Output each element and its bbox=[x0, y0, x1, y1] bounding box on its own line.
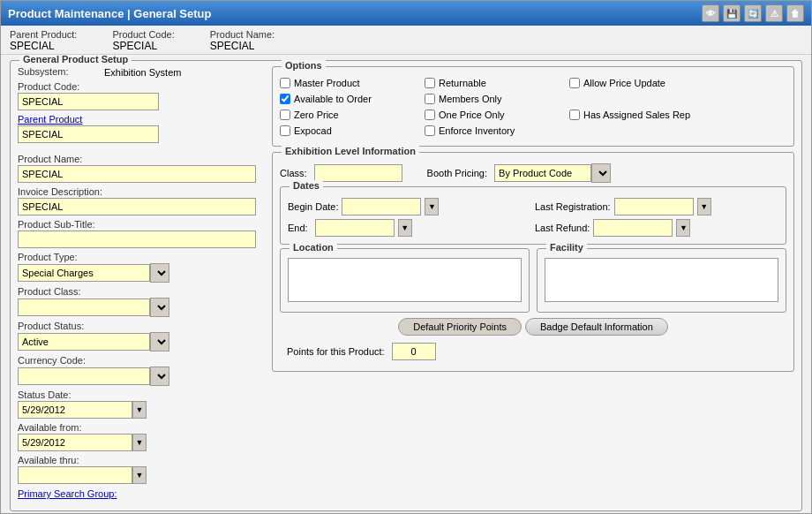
available-to-order-checkbox[interactable] bbox=[280, 94, 290, 104]
badge-default-info-btn[interactable]: Badge Default Information bbox=[525, 318, 668, 336]
points-row: Points for this Product: bbox=[280, 339, 786, 364]
product-class-label: Product Class: bbox=[18, 286, 265, 297]
product-status-input[interactable] bbox=[18, 333, 150, 351]
booth-pricing-select[interactable]: ▼ bbox=[591, 163, 611, 183]
options-group: Options Master Product Returnable bbox=[272, 66, 794, 147]
returnable-checkbox[interactable] bbox=[425, 78, 435, 88]
begin-date-label: Begin Date: bbox=[288, 201, 338, 212]
main-layout: Subsystem: Exhibition System Product Cod… bbox=[18, 66, 794, 503]
returnable-check: Returnable bbox=[425, 78, 566, 88]
master-product-check: Master Product bbox=[280, 78, 421, 88]
last-refund-row: Last Refund: ▼ bbox=[535, 219, 778, 237]
class-label: Class: bbox=[280, 168, 307, 178]
last-registration-input[interactable] bbox=[614, 198, 694, 215]
available-thru-btn[interactable]: ▼ bbox=[132, 466, 147, 484]
available-to-order-check: Available to Order bbox=[280, 94, 421, 104]
available-from-input[interactable] bbox=[18, 434, 132, 451]
currency-code-input[interactable] bbox=[18, 367, 150, 385]
enforce-inventory-checkbox[interactable] bbox=[425, 125, 435, 136]
parent-product-link[interactable]: Parent Product bbox=[18, 114, 265, 125]
location-group: Location bbox=[280, 248, 530, 313]
begin-date-btn[interactable]: ▼ bbox=[425, 198, 439, 215]
dates-group: Dates Begin Date: ▼ Last Registration: bbox=[280, 186, 786, 245]
parent-product-field: Parent Product bbox=[18, 114, 265, 143]
invoice-desc-input[interactable] bbox=[18, 198, 256, 215]
exhibition-title: Exhibition Level Information bbox=[282, 146, 419, 156]
product-type-label: Product Type: bbox=[18, 252, 265, 262]
has-assigned-sales-rep-checkbox[interactable] bbox=[569, 110, 580, 120]
invoice-desc-field: Invoice Description: bbox=[18, 186, 265, 215]
product-class-input[interactable] bbox=[18, 299, 150, 316]
subsystem-label: Subsystem: bbox=[18, 66, 97, 77]
available-thru-field: Available thru: ▼ bbox=[18, 455, 265, 484]
product-type-field: Product Type: ▼ bbox=[18, 252, 265, 283]
last-registration-btn[interactable]: ▼ bbox=[697, 198, 711, 215]
facility-textarea[interactable] bbox=[545, 258, 778, 302]
expocad-checkbox[interactable] bbox=[280, 125, 290, 136]
location-textarea[interactable] bbox=[288, 258, 522, 302]
location-facility-row: Location Facility bbox=[280, 248, 786, 313]
delete-icon[interactable]: 🗑 bbox=[786, 4, 804, 22]
exhibition-group: Exhibition Level Information Class: Boot… bbox=[272, 152, 794, 372]
expocad-check: Expocad bbox=[280, 125, 421, 136]
master-product-label: Master Product bbox=[294, 78, 360, 88]
warning-icon[interactable]: ⚠ bbox=[765, 4, 783, 22]
status-date-input[interactable] bbox=[18, 401, 132, 419]
members-only-checkbox[interactable] bbox=[425, 94, 435, 104]
subtitle-input[interactable] bbox=[18, 231, 256, 248]
product-name-input[interactable] bbox=[18, 165, 256, 183]
end-label: End: bbox=[288, 223, 308, 233]
save-icon[interactable]: 💾 bbox=[723, 4, 741, 22]
parent-product-input[interactable] bbox=[18, 125, 159, 143]
header-product-name-value: SPECIAL bbox=[210, 40, 274, 52]
status-date-btn[interactable]: ▼ bbox=[132, 401, 147, 419]
last-refund-btn[interactable]: ▼ bbox=[676, 219, 690, 237]
product-code-input[interactable] bbox=[18, 93, 159, 110]
booth-pricing-input[interactable] bbox=[494, 164, 591, 182]
has-assigned-sales-rep-label: Has Assigned Sales Rep bbox=[583, 110, 690, 120]
end-btn[interactable]: ▼ bbox=[398, 219, 412, 237]
general-setup-title: General Product Setup bbox=[19, 55, 132, 64]
title-bar: Product Maintenance | General Setup 👁 💾 … bbox=[1, 1, 811, 26]
enforce-inventory-check: Enforce Inventory bbox=[425, 125, 566, 136]
one-price-only-checkbox[interactable] bbox=[425, 110, 435, 120]
product-name-field: Product Name: bbox=[18, 154, 265, 183]
product-class-field: Product Class: ▼ bbox=[18, 286, 265, 317]
members-only-label: Members Only bbox=[439, 94, 502, 104]
product-class-select[interactable]: ▼ bbox=[150, 298, 169, 317]
options-grid: Master Product Returnable Allow Price Up… bbox=[280, 78, 786, 139]
left-panel: Subsystem: Exhibition System Product Cod… bbox=[18, 66, 265, 503]
last-refund-input[interactable] bbox=[593, 219, 673, 237]
product-type-input[interactable] bbox=[18, 264, 150, 282]
zero-price-label: Zero Price bbox=[294, 110, 339, 120]
has-assigned-sales-rep-check: Has Assigned Sales Rep bbox=[569, 110, 728, 120]
default-priority-points-btn[interactable]: Default Priority Points bbox=[398, 318, 522, 336]
options-title: Options bbox=[282, 60, 326, 71]
currency-code-select[interactable]: ▼ bbox=[150, 367, 169, 386]
class-input[interactable] bbox=[314, 164, 402, 182]
available-thru-input[interactable] bbox=[18, 466, 132, 484]
master-product-checkbox[interactable] bbox=[280, 78, 290, 88]
available-from-btn[interactable]: ▼ bbox=[132, 434, 147, 451]
expocad-label: Expocad bbox=[294, 125, 332, 136]
zero-price-checkbox[interactable] bbox=[280, 110, 290, 120]
product-type-select[interactable]: ▼ bbox=[150, 263, 169, 283]
status-date-label: Status Date: bbox=[18, 389, 265, 400]
product-code-field: Product Code: bbox=[18, 81, 265, 110]
header-product-code-label: Product Code: bbox=[112, 29, 174, 40]
facility-title: Facility bbox=[546, 242, 587, 253]
end-input[interactable] bbox=[315, 219, 395, 237]
subsystem-row: Subsystem: Exhibition System bbox=[18, 66, 265, 78]
points-input[interactable] bbox=[392, 343, 436, 360]
eye-icon[interactable]: 👁 bbox=[702, 4, 719, 22]
refresh-icon[interactable]: 🔄 bbox=[744, 4, 762, 22]
begin-date-input[interactable] bbox=[342, 198, 421, 215]
header-product-code-value: SPECIAL bbox=[112, 40, 174, 52]
primary-search-link[interactable]: Primary Search Group: bbox=[18, 488, 117, 499]
allow-price-update-check: Allow Price Update bbox=[569, 78, 728, 88]
product-status-select[interactable]: ▼ bbox=[150, 332, 169, 351]
header-parent-product-value: SPECIAL bbox=[10, 40, 77, 52]
currency-code-label: Currency Code: bbox=[18, 355, 265, 366]
allow-price-update-checkbox[interactable] bbox=[569, 78, 580, 88]
header-product-name-label: Product Name: bbox=[210, 29, 274, 40]
